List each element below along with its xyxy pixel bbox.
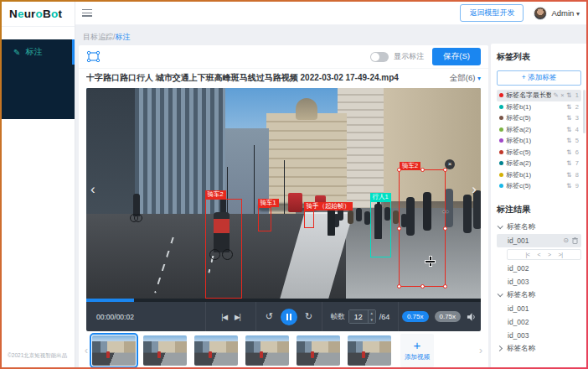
label-list-item[interactable]: 标签c(5)⇅9: [497, 180, 581, 192]
avatar[interactable]: [534, 7, 547, 20]
video-thumbnail[interactable]: [348, 335, 391, 366]
resize-handle[interactable]: [443, 226, 447, 231]
annotation-box-selected[interactable]: 骑车2 ↔: [399, 169, 446, 287]
label-name: 标签b(1): [506, 102, 565, 112]
resize-handle[interactable]: [397, 168, 401, 172]
label-list-item[interactable]: 标签b(1)⇅2: [497, 101, 581, 113]
user-menu[interactable]: Admin ▾: [551, 8, 580, 18]
label-list-item[interactable]: 标签b(1)⇅5: [497, 135, 581, 147]
sort-icon[interactable]: ⇅: [566, 171, 571, 179]
result-item[interactable]: id_001: [497, 302, 581, 315]
label-list-item[interactable]: 标签c(5)⇅6: [497, 147, 581, 159]
back-to-model-dev-button[interactable]: 返回模型开发: [460, 4, 524, 22]
label-list-item[interactable]: 标签a(2)⇅7: [497, 158, 581, 169]
sort-icon[interactable]: ⇅: [566, 159, 571, 167]
annotation-label: 骑车1: [258, 199, 279, 207]
filmstrip: ‹ + 添加视频 ›: [79, 331, 488, 367]
sort-icon[interactable]: ⇅: [566, 114, 571, 122]
first-frame-icon[interactable]: |◀: [221, 313, 227, 321]
result-tree: 标签名称 id_001 ⊙ |< < > >| id_002 id_003 标签…: [497, 221, 581, 356]
label-color-dot: [499, 173, 503, 177]
label-index: 3: [575, 114, 579, 122]
label-name: 标签名字最长数...: [506, 91, 551, 100]
result-item-selected[interactable]: id_001 ⊙: [497, 234, 581, 247]
video-thumbnail[interactable]: [194, 335, 238, 366]
edit-label-icon[interactable]: ✎: [554, 91, 559, 99]
add-video-button[interactable]: + 添加视频: [400, 334, 434, 367]
breadcrumb-parent[interactable]: 目标追踪: [83, 33, 113, 41]
video-thumbnail-selected[interactable]: [92, 335, 136, 366]
menu-fold-icon[interactable]: [82, 9, 92, 17]
result-item[interactable]: id_002: [497, 262, 581, 275]
label-color-dot: [499, 105, 503, 109]
annotation-box[interactable]: 骑车1: [258, 207, 271, 231]
sort-icon[interactable]: ⇅: [566, 91, 571, 99]
result-group-header[interactable]: 标签名称: [497, 288, 581, 302]
label-name: 标签a(2): [506, 159, 565, 168]
delete-label-icon[interactable]: ×: [560, 91, 564, 99]
annotation-box[interactable]: 行人1: [370, 201, 391, 257]
frame-total: /64: [379, 313, 390, 321]
show-annotation-toggle[interactable]: [370, 52, 389, 62]
video-thumbnail[interactable]: [143, 335, 187, 366]
filter-dropdown[interactable]: 全部(6) ▾: [450, 73, 481, 84]
pager-prev[interactable]: <: [537, 252, 540, 257]
result-group-header[interactable]: 标签名称: [497, 221, 581, 234]
sort-icon[interactable]: ⇅: [566, 103, 571, 111]
bbox-tool-icon[interactable]: [86, 50, 101, 63]
forward-10-icon[interactable]: ↻: [305, 311, 312, 322]
result-item-id: id_001: [508, 302, 529, 315]
sort-icon[interactable]: ⇅: [566, 148, 571, 156]
frame-input[interactable]: [349, 310, 368, 323]
result-group-header-collapsed[interactable]: 标签名称: [497, 342, 581, 356]
label-list-item[interactable]: 标签名字最长数... ✎ × ⇅ 1: [497, 90, 581, 101]
speed-section: 0.75x 0.75x: [398, 302, 481, 331]
rewind-10-icon[interactable]: ↺: [266, 311, 273, 322]
resize-handle[interactable]: [443, 284, 447, 288]
prev-video-chevron[interactable]: ‹: [90, 182, 95, 196]
result-item[interactable]: id_002: [497, 315, 581, 329]
label-list-item[interactable]: 标签b(1)⇅8: [497, 169, 581, 181]
trash-icon[interactable]: [572, 237, 578, 244]
resize-handle[interactable]: [420, 284, 425, 288]
pager-next[interactable]: >: [548, 252, 551, 257]
filmstrip-next-chevron[interactable]: ›: [475, 345, 487, 356]
resize-handle[interactable]: [397, 284, 401, 288]
sidebar-item-annotate[interactable]: ✎ 标注: [2, 39, 75, 65]
result-item[interactable]: id_003: [497, 275, 581, 288]
logo-seg: ur: [24, 8, 36, 20]
pager-first[interactable]: |<: [526, 252, 530, 257]
annotation-box[interactable]: 骑车2: [205, 199, 242, 299]
breadcrumb-current: 标注: [116, 33, 131, 41]
filmstrip-prev-chevron[interactable]: ‹: [80, 345, 92, 356]
video-progress-bar[interactable]: [86, 299, 481, 302]
add-label-button[interactable]: + 添加标签: [497, 70, 581, 86]
speed-current-pill[interactable]: 0.75x: [402, 311, 429, 322]
label-list-item[interactable]: 标签a(2)⇅4: [497, 124, 581, 136]
pager-last[interactable]: >|: [559, 252, 563, 257]
label-list-item[interactable]: 标签c(5)⇅3: [497, 112, 581, 124]
save-button[interactable]: 保存(S): [432, 48, 481, 65]
sort-icon[interactable]: ⇅: [566, 137, 571, 144]
locate-icon[interactable]: ⊙: [563, 236, 569, 245]
step-down-icon[interactable]: ▼: [369, 317, 375, 324]
volume-icon[interactable]: [467, 312, 477, 322]
video-thumbnail[interactable]: [297, 335, 340, 366]
video-thumbnail[interactable]: [245, 335, 289, 366]
copyright-text: ©2021北京矩视智能出品: [8, 352, 67, 360]
delete-annotation-button[interactable]: ×: [445, 159, 455, 169]
sort-icon[interactable]: ⇅: [566, 182, 571, 190]
step-up-icon[interactable]: ▲: [369, 310, 375, 317]
sort-icon[interactable]: ⇅: [566, 126, 571, 133]
result-item[interactable]: id_003: [497, 329, 581, 342]
resize-handle[interactable]: [420, 168, 425, 172]
next-video-chevron[interactable]: ›: [472, 182, 477, 196]
pause-button[interactable]: [281, 309, 297, 325]
last-frame-icon[interactable]: ▶|: [235, 313, 240, 321]
video-canvas[interactable]: 骑车2 骑车1 骑手（起始帧） 行人1 骑车2: [86, 88, 481, 299]
result-item-id: id_001: [508, 234, 560, 247]
speed-default-pill[interactable]: 0.75x: [435, 311, 462, 322]
resize-handle[interactable]: [397, 226, 401, 231]
annotation-box[interactable]: 骑手（起始帧）: [304, 210, 314, 228]
scrollbar-thumb[interactable]: [583, 90, 585, 133]
